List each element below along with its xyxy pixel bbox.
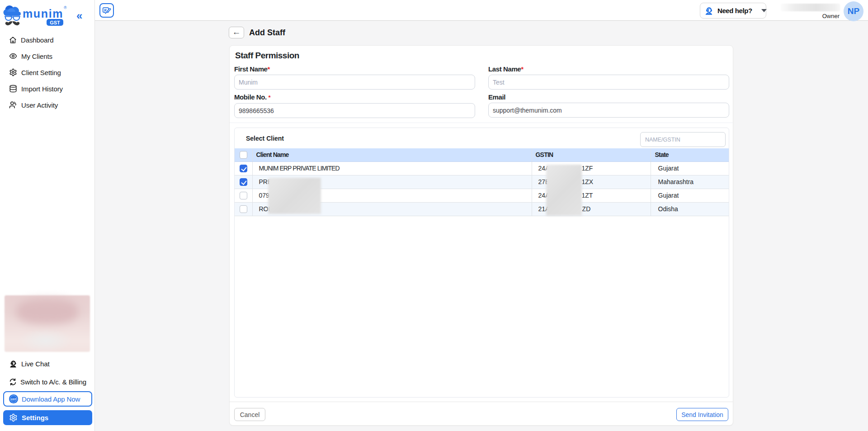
svg-text:GST: GST — [11, 398, 16, 401]
svg-text:GST: GST — [50, 20, 60, 25]
svg-text:®: ® — [64, 5, 67, 10]
svg-text:munim: munim — [23, 7, 62, 20]
